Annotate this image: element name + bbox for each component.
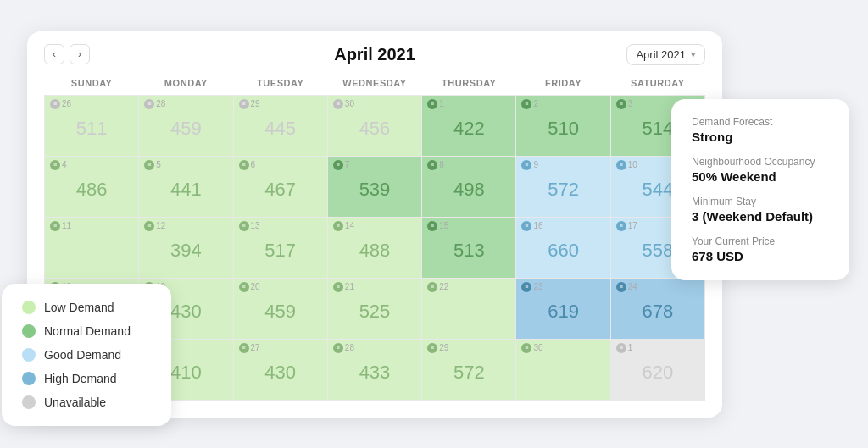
cell-date: 8 [439, 160, 444, 169]
calendar-cell[interactable]: ≡30456 [327, 95, 421, 156]
cell-price: 498 [427, 179, 510, 201]
cell-date: 28 [345, 343, 354, 352]
cell-icon: ≡ [144, 99, 154, 109]
cell-icon: ≡ [239, 343, 249, 353]
calendar-cell[interactable]: ≡2510 [516, 95, 610, 156]
cell-price: 517 [239, 240, 322, 262]
occupancy-row: Neighbourhood Occupancy 50% Weekend [692, 156, 829, 184]
calendar-cell[interactable]: ≡28433 [327, 339, 421, 400]
cell-price: 572 [427, 362, 510, 384]
calendar-cell[interactable]: ≡5441 [139, 156, 233, 217]
cell-price: 660 [521, 240, 604, 262]
weekday-header: TUESDAY [233, 75, 327, 96]
cell-date-area: ≡13 [239, 221, 322, 231]
cell-date: 24 [628, 282, 637, 291]
calendar-cell[interactable]: ≡30 [516, 339, 610, 400]
calendar-cell[interactable]: ≡23619 [516, 278, 610, 339]
calendar-cell[interactable]: ≡8498 [422, 156, 516, 217]
calendar-cell[interactable]: ≡7539 [327, 156, 421, 217]
cell-date-area: ≡29 [239, 99, 322, 109]
cell-price: 510 [521, 118, 604, 140]
min-stay-label: Minimum Stay [692, 196, 829, 207]
price-row: Your Current Price 678 USD [692, 235, 829, 263]
occupancy-value: 50% Weekend [692, 169, 829, 184]
calendar-cell[interactable]: ≡22 [422, 278, 516, 339]
cell-date: 6 [251, 160, 256, 169]
cell-date-area: ≡20 [239, 282, 322, 292]
cell-date: 29 [439, 343, 448, 352]
calendar-title: April 2021 [334, 45, 415, 64]
calendar-cell[interactable]: ≡24678 [610, 278, 704, 339]
cell-price: 572 [521, 179, 604, 201]
cell-price: 456 [333, 118, 416, 140]
calendar-cell[interactable]: ≡15513 [422, 217, 516, 278]
calendar-cell[interactable]: ≡29445 [233, 95, 327, 156]
legend-item: Good Demand [22, 348, 151, 362]
legend-dot [22, 372, 36, 385]
cell-date-area: ≡6 [239, 160, 322, 170]
next-month-button[interactable]: › [70, 44, 90, 64]
main-container: ‹ › April 2021 April 2021 SUNDAYMONDAYTU… [27, 31, 841, 418]
month-selector[interactable]: April 2021 [626, 44, 705, 65]
cell-date: 7 [345, 160, 350, 169]
cell-icon: ≡ [50, 160, 60, 170]
cell-date: 30 [345, 99, 354, 108]
cell-icon: ≡ [427, 221, 437, 231]
cell-date-area: ≡30 [333, 99, 416, 109]
calendar-cell[interactable]: ≡27430 [233, 339, 327, 400]
cell-date-area: ≡8 [427, 160, 510, 170]
cell-icon: ≡ [427, 282, 437, 292]
calendar-cell[interactable]: ≡16660 [516, 217, 610, 278]
calendar-cell[interactable]: ≡12394 [139, 217, 233, 278]
prev-month-button[interactable]: ‹ [44, 44, 64, 64]
cell-icon: ≡ [144, 221, 154, 231]
cell-price: 488 [333, 240, 416, 262]
weekday-header: FRIDAY [516, 75, 610, 96]
cell-date: 17 [628, 221, 637, 230]
cell-price: 422 [427, 118, 510, 140]
calendar-cell[interactable]: ≡21525 [327, 278, 421, 339]
calendar-cell[interactable]: ≡29572 [422, 339, 516, 400]
cell-date: 23 [533, 282, 542, 291]
cell-icon: ≡ [144, 160, 154, 170]
legend-dot [22, 324, 36, 338]
cell-icon: ≡ [333, 221, 343, 231]
cell-icon: ≡ [521, 99, 531, 109]
calendar-cell[interactable]: ≡28459 [139, 95, 233, 156]
cell-date-area: ≡14 [333, 221, 416, 231]
cell-date-area: ≡5 [144, 160, 227, 170]
cell-date-area: ≡29 [427, 343, 510, 353]
cell-icon: ≡ [616, 160, 626, 170]
calendar-cell[interactable]: ≡1422 [422, 95, 516, 156]
cell-date: 4 [62, 160, 67, 169]
calendar-cell[interactable]: ≡14488 [327, 217, 421, 278]
cell-date: 9 [533, 160, 538, 169]
cell-date: 10 [628, 160, 637, 169]
calendar-cell[interactable]: ≡1620 [610, 339, 704, 400]
legend-item: Normal Demand [22, 324, 151, 338]
cell-date-area: ≡16 [521, 221, 604, 231]
calendar-cell[interactable]: ≡20459 [233, 278, 327, 339]
cell-date: 3 [628, 99, 633, 108]
cell-price: 619 [521, 301, 604, 323]
cell-date: 1 [439, 99, 444, 108]
info-card: Demand Forecast Strong Neighbourhood Occ… [671, 99, 849, 280]
legend-label: High Demand [44, 372, 117, 385]
demand-forecast-label: Demand Forecast [692, 116, 829, 128]
calendar-week-row: ≡11≡12394≡13517≡14488≡15513≡16660≡17558 [45, 217, 705, 278]
min-stay-row: Minimum Stay 3 (Weekend Default) [692, 196, 829, 224]
calendar-cell[interactable]: ≡4486 [45, 156, 139, 217]
cell-date-area: ≡9 [521, 160, 604, 170]
weekday-header: SUNDAY [45, 75, 139, 96]
calendar-cell[interactable]: ≡11 [45, 217, 139, 278]
price-label: Your Current Price [692, 235, 829, 247]
cell-date-area: ≡23 [521, 282, 604, 292]
legend-label: Low Demand [44, 301, 114, 314]
calendar-cell[interactable]: ≡13517 [233, 217, 327, 278]
calendar-cell[interactable]: ≡26511 [45, 95, 139, 156]
cell-icon: ≡ [521, 221, 531, 231]
cell-icon: ≡ [239, 99, 249, 109]
calendar-cell[interactable]: ≡6467 [233, 156, 327, 217]
calendar-cell[interactable]: ≡9572 [516, 156, 610, 217]
cell-date: 14 [345, 221, 354, 230]
